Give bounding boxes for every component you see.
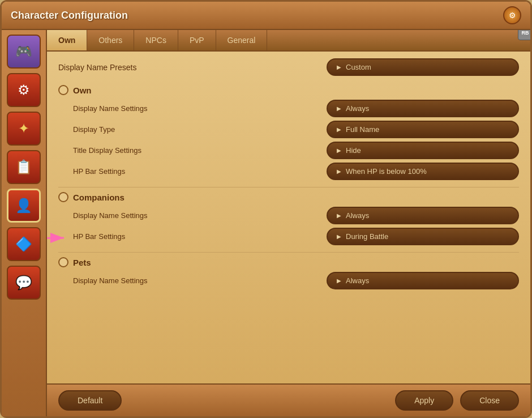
title-bar: Character Configuration ⚙ xyxy=(2,2,530,30)
own-display-type-row: Display Type ▶ Full Name xyxy=(58,121,519,138)
main-body: 🎮 ⚙ ✦ 📋 👤 🔷 💬 xyxy=(2,30,530,416)
own-hp-bar-row: HP Bar Settings ▶ When HP is below 100% xyxy=(58,163,519,180)
default-button[interactable]: Default xyxy=(58,390,122,411)
sidebar-item-0[interactable]: 🎮 xyxy=(7,35,41,69)
companions-display-name-value: Always xyxy=(346,211,369,220)
companions-hp-bar-row: HP Bar Settings ▶ During Battle xyxy=(58,228,519,245)
sidebar-item-4[interactable]: 👤 xyxy=(7,189,41,223)
preset-value: Custom xyxy=(346,63,371,71)
footer-right: Apply Close xyxy=(395,390,519,411)
pets-display-name-row: Display Name Settings ▶ Always xyxy=(58,272,519,289)
own-title-display-dropdown[interactable]: ▶ Hide xyxy=(327,142,519,159)
pets-display-name-label: Display Name Settings xyxy=(73,276,327,285)
own-hp-bar-value: When HP is below 100% xyxy=(346,167,427,176)
scroll-content: Display Name Presets ▶ Custom Own Displa… xyxy=(47,52,530,383)
gear-icon: ⚙ xyxy=(18,82,30,98)
window-title: Character Configuration xyxy=(11,10,128,22)
arrow-annotation xyxy=(47,222,70,250)
tab-general[interactable]: General xyxy=(216,30,268,50)
preset-label: Display Name Presets xyxy=(58,63,327,72)
pets-display-name-dropdown[interactable]: ▶ Always xyxy=(327,272,519,289)
own-display-name-label: Display Name Settings xyxy=(73,104,327,113)
own-hp-bar-dropdown[interactable]: ▶ When HP is below 100% xyxy=(327,163,519,180)
preset-dropdown[interactable]: ▶ Custom xyxy=(327,58,519,76)
own-display-name-row: Display Name Settings ▶ Always xyxy=(58,100,519,117)
own-radio[interactable] xyxy=(58,85,68,95)
companions-hp-bar-dropdown[interactable]: ▶ During Battle xyxy=(327,228,519,245)
section-companions: Companions Display Name Settings ▶ Alway… xyxy=(58,192,519,245)
own-title-display-label: Title Display Settings xyxy=(73,146,327,155)
dropdown-arrow-icon: ▶ xyxy=(337,126,341,133)
own-title: Own xyxy=(73,86,92,95)
tab-bar: LB Own Others NPCs PvP General xyxy=(47,30,530,52)
companions-display-name-label: Display Name Settings xyxy=(73,211,327,220)
dropdown-arrow-icon: ▶ xyxy=(337,233,341,240)
tab-npcs[interactable]: NPCs xyxy=(134,30,178,50)
divider-1 xyxy=(58,187,519,187)
sidebar-item-3[interactable]: 📋 xyxy=(7,150,41,184)
companions-display-name-dropdown[interactable]: ▶ Always xyxy=(327,207,519,224)
tab-others[interactable]: Others xyxy=(87,30,134,50)
companions-title: Companions xyxy=(73,193,125,202)
dropdown-arrow-icon: ▶ xyxy=(337,147,341,153)
sidebar-item-6[interactable]: 💬 xyxy=(7,266,41,300)
person-icon: 👤 xyxy=(15,198,32,214)
own-title-display-row: Title Display Settings ▶ Hide xyxy=(58,142,519,159)
star-icon: ✦ xyxy=(18,121,29,137)
close-icon-btn[interactable]: ⚙ xyxy=(503,6,521,24)
own-display-type-label: Display Type xyxy=(73,125,327,134)
gamepad-icon: 🎮 xyxy=(15,44,32,59)
content-area: LB Own Others NPCs PvP General xyxy=(47,30,530,416)
companions-hp-bar-label: HP Bar Settings xyxy=(73,232,327,241)
dropdown-arrow-icon: ▶ xyxy=(337,212,341,219)
companions-radio[interactable] xyxy=(58,192,68,202)
dropdown-arrow-icon: ▶ xyxy=(337,168,341,174)
divider-2 xyxy=(58,252,519,253)
close-button[interactable]: Close xyxy=(460,390,519,411)
sidebar-item-2[interactable]: ✦ xyxy=(7,112,41,146)
own-header: Own xyxy=(58,85,519,95)
own-display-name-value: Always xyxy=(346,104,369,113)
section-pets: Pets Display Name Settings ▶ Always xyxy=(58,257,519,289)
tab-pvp[interactable]: PvP xyxy=(178,30,216,50)
pets-display-name-value: Always xyxy=(346,276,369,285)
diamond-icon: 🔷 xyxy=(15,236,32,252)
tab-own[interactable]: Own xyxy=(47,30,87,50)
own-display-type-dropdown[interactable]: ▶ Full Name xyxy=(327,121,519,138)
own-display-name-dropdown[interactable]: ▶ Always xyxy=(327,100,519,117)
card-icon: 📋 xyxy=(15,159,32,175)
companions-display-name-row: Display Name Settings ▶ Always xyxy=(58,207,519,224)
sidebar-item-5[interactable]: 🔷 xyxy=(7,227,41,261)
sidebar: 🎮 ⚙ ✦ 📋 👤 🔷 💬 xyxy=(2,30,47,416)
character-config-window: Character Configuration ⚙ 🎮 ⚙ ✦ 📋 👤 🔷 xyxy=(0,0,532,418)
footer: Default Apply Close xyxy=(47,383,530,416)
pets-title: Pets xyxy=(73,258,91,267)
apply-button[interactable]: Apply xyxy=(395,390,453,411)
companions-hp-bar-value: During Battle xyxy=(346,232,388,241)
dropdown-arrow-icon: ▶ xyxy=(337,278,341,284)
own-title-display-value: Hide xyxy=(346,146,361,155)
pets-header: Pets xyxy=(58,257,519,267)
sidebar-item-1[interactable]: ⚙ xyxy=(7,73,41,107)
own-display-type-value: Full Name xyxy=(346,125,379,134)
dropdown-arrow-icon: ▶ xyxy=(337,64,341,70)
section-own: Own Display Name Settings ▶ Always Displ… xyxy=(58,85,519,180)
companions-header: Companions xyxy=(58,192,519,202)
chat-icon: 💬 xyxy=(15,275,32,291)
dropdown-arrow-icon: ▶ xyxy=(337,105,341,112)
rb-button[interactable]: RB xyxy=(518,30,530,40)
preset-row: Display Name Presets ▶ Custom xyxy=(58,58,519,76)
pets-radio[interactable] xyxy=(58,257,68,267)
own-hp-bar-label: HP Bar Settings xyxy=(73,167,327,176)
